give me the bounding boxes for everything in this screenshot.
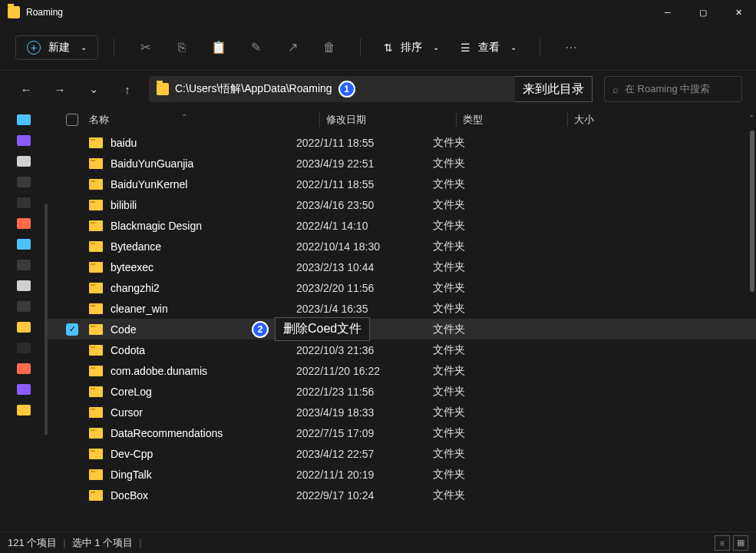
file-row[interactable]: byteexec 2023/2/13 10:44 文件夹 (48, 257, 756, 277)
file-name-cell: Codota (89, 344, 296, 356)
row-checkbox[interactable]: ✓ (66, 323, 89, 336)
delete-button[interactable]: 🗑 (314, 32, 345, 63)
file-type-cell: 文件夹 (433, 385, 544, 399)
folder-icon (89, 137, 103, 148)
sidebar-item[interactable] (0, 110, 48, 130)
sidebar-item[interactable] (0, 400, 48, 420)
status-selected: 选中 1 个项目 (72, 536, 133, 550)
status-bar: 121 个项目 | 选中 1 个项目 | ≡ ▦ (0, 531, 756, 553)
sidebar-item[interactable] (0, 172, 48, 192)
path-text: C:\Users\悟解\AppData\Roaming (175, 82, 332, 96)
file-pane: 名称⌃ 修改日期 类型 大小 baidu 2022/1/11 18:55 文件夹… (48, 108, 756, 531)
sidebar-item[interactable] (0, 379, 48, 399)
file-name-cell: bilibili (89, 199, 296, 211)
file-type-cell: 文件夹 (433, 177, 544, 191)
sidebar-item[interactable] (0, 214, 48, 233)
sidebar-icon (17, 177, 31, 187)
window-controls: ─ ▢ ✕ (650, 0, 756, 25)
column-size[interactable]: 大小 (567, 113, 644, 127)
view-button[interactable]: ☰ 查看 ⌄ (453, 36, 524, 59)
file-name-text: com.adobe.dunamis (111, 365, 207, 377)
details-view-button[interactable]: ≡ (715, 535, 730, 551)
file-row[interactable]: DataRecommendations 2022/7/15 17:09 文件夹 (48, 422, 756, 443)
file-row[interactable]: Codota 2022/10/3 21:36 文件夹 (48, 339, 756, 360)
recent-button[interactable]: ⌄ (81, 77, 106, 101)
folder-icon (89, 241, 103, 252)
maximize-button[interactable]: ▢ (685, 0, 721, 25)
up-button[interactable]: ↑ (115, 77, 140, 101)
column-type[interactable]: 类型 (456, 113, 567, 127)
file-date-cell: 2023/4/19 18:33 (296, 406, 433, 419)
sidebar-item[interactable] (0, 359, 48, 379)
folder-icon (89, 262, 103, 273)
file-row[interactable]: cleaner_win 2023/1/4 16:35 文件夹 (48, 298, 756, 319)
minimize-button[interactable]: ─ (650, 0, 685, 25)
file-row[interactable]: DocBox 2022/9/17 10:24 文件夹 (48, 485, 756, 505)
folder-icon (89, 283, 103, 293)
file-date-cell: 2022/11/1 20:19 (296, 469, 433, 481)
file-name-text: Cursor (111, 406, 143, 419)
sidebar-item[interactable] (0, 131, 48, 151)
paste-button[interactable]: 📋 (203, 32, 234, 63)
file-row[interactable]: com.adobe.dunamis 2022/11/20 16:22 文件夹 (48, 360, 756, 381)
file-row[interactable]: Bytedance 2022/10/14 18:30 文件夹 (48, 236, 756, 257)
sidebar-item[interactable] (0, 255, 48, 275)
sidebar-item[interactable] (0, 317, 48, 337)
sidebar-icon (17, 343, 31, 353)
forward-button[interactable]: → (48, 77, 72, 101)
sidebar-icon (17, 280, 31, 291)
file-row[interactable]: baidu 2022/1/11 18:55 文件夹 (48, 132, 756, 153)
sort-arrow-icon: ⌃ (181, 113, 187, 121)
file-row[interactable]: changzhi2 2023/2/20 11:56 文件夹 (48, 277, 756, 298)
select-all-checkbox[interactable] (66, 114, 89, 126)
file-row[interactable]: BaiduYunKernel 2022/1/11 18:55 文件夹 (48, 174, 756, 194)
main-scrollbar[interactable] (750, 131, 754, 292)
annotation-2: 2 删除Coed文件 (252, 317, 370, 341)
file-row[interactable]: ✓ Code /4/17 21:12 文件夹 2 删除Coed文件 (48, 319, 756, 339)
sort-button[interactable]: ⇅ 排序 ⌄ (376, 36, 447, 59)
sidebar-item[interactable] (0, 234, 48, 254)
file-row[interactable]: bilibili 2023/4/16 23:50 文件夹 (48, 194, 756, 215)
folder-icon (89, 407, 103, 418)
sidebar-icon (17, 135, 31, 146)
file-name-text: BaiduYunGuanjia (111, 157, 193, 170)
separator (540, 38, 540, 57)
folder-icon (89, 469, 103, 480)
file-row[interactable]: DingTalk 2022/11/1 20:19 文件夹 (48, 464, 756, 485)
rename-button[interactable]: ✎ (240, 32, 271, 63)
file-name-cell: Cursor (89, 406, 296, 419)
file-row[interactable]: Dev-Cpp 2023/4/12 22:57 文件夹 (48, 443, 756, 464)
sidebar-item[interactable] (0, 338, 48, 358)
back-button[interactable]: ← (14, 77, 38, 101)
column-name[interactable]: 名称⌃ (89, 113, 319, 127)
close-button[interactable]: ✕ (721, 0, 756, 25)
thumbnails-view-button[interactable]: ▦ (733, 535, 748, 551)
file-name-text: DataRecommendations (111, 427, 223, 439)
share-button[interactable]: ↗ (277, 32, 308, 63)
annotation-callout-2: 删除Coed文件 (275, 317, 370, 341)
file-name-cell: cleaner_win (89, 303, 296, 315)
copy-button[interactable]: ⎘ (167, 32, 197, 63)
file-type-cell: 文件夹 (433, 219, 544, 233)
more-button[interactable]: ⋯ (556, 32, 586, 63)
folder-icon (89, 386, 103, 397)
sidebar-item[interactable] (0, 276, 48, 296)
file-name-text: DingTalk (111, 469, 152, 481)
scroll-up-icon[interactable]: ⌃ (748, 114, 754, 122)
new-button[interactable]: + 新建 ⌄ (15, 35, 98, 60)
search-input[interactable]: ⌕ 在 Roaming 中搜索 (604, 76, 742, 102)
sidebar-item[interactable] (0, 193, 48, 213)
column-date[interactable]: 修改日期 (319, 113, 456, 127)
file-name-cell: com.adobe.dunamis (89, 365, 296, 377)
cut-button[interactable]: ✂ (130, 32, 160, 63)
sidebar-item[interactable] (0, 296, 48, 316)
file-name-cell: Blackmagic Design (89, 220, 296, 232)
address-bar[interactable]: C:\Users\悟解\AppData\Roaming 1 来到此目录 ⌄ (149, 76, 549, 102)
file-row[interactable]: Blackmagic Design 2022/4/1 14:10 文件夹 (48, 215, 756, 236)
sidebar-item[interactable] (0, 151, 48, 171)
file-row[interactable]: BaiduYunGuanjia 2023/4/19 22:51 文件夹 (48, 153, 756, 174)
file-row[interactable]: Cursor 2023/4/19 18:33 文件夹 (48, 402, 756, 422)
file-name-cell: baidu (89, 137, 296, 149)
file-row[interactable]: CoreLog 2022/1/23 11:56 文件夹 (48, 381, 756, 402)
column-headers: 名称⌃ 修改日期 类型 大小 (48, 108, 756, 132)
